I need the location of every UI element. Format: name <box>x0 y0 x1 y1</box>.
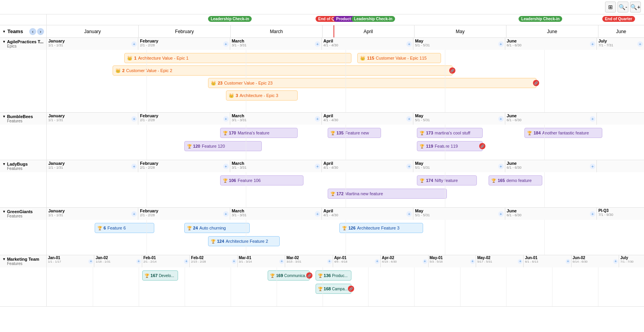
team-agile-may: May5/1 - 5/31 + <box>413 38 505 50</box>
add-lb-mar[interactable]: + <box>315 164 320 169</box>
feature-126[interactable]: 🏆 126 Architecture Feature 3 <box>339 223 423 233</box>
add-mkt-jun1[interactable]: + <box>566 259 570 264</box>
feature-124[interactable]: 🏆 124 Architecture Feature 2 <box>208 236 280 246</box>
add-bb-mar[interactable]: + <box>315 116 320 122</box>
add-lb-jan[interactable]: + <box>131 164 137 169</box>
add-mkt-apr2[interactable]: + <box>423 259 427 264</box>
add-bb-jun[interactable]: + <box>590 116 595 122</box>
team-agile-chevron: ▼ <box>2 40 6 44</box>
team-marketing-toggle[interactable]: ▼ Marketing Team <box>2 257 44 261</box>
add-lb-apr[interactable]: + <box>406 164 412 169</box>
add-gg-jun[interactable]: + <box>590 211 595 217</box>
add-agile-jul[interactable]: + <box>637 41 643 47</box>
add-lb-feb[interactable]: + <box>223 164 229 169</box>
team-greengiants-sub: Features <box>2 214 44 218</box>
feature-6[interactable]: 🏆 6 Feature 6 <box>95 223 154 233</box>
team-bumblebees-name: BumbleBees <box>7 114 33 119</box>
feature-24[interactable]: 🏆 24 Auto churning <box>184 223 250 233</box>
team-ladybugs-toggle[interactable]: ▼ LadyBugs <box>2 162 44 166</box>
teams-sidebar-header[interactable]: ▼ Teams ‹ › <box>0 25 47 38</box>
month-june: June <box>506 25 598 37</box>
add-agile-may[interactable]: + <box>498 41 504 47</box>
teams-chevron: ▼ <box>2 30 6 34</box>
feature-165[interactable]: 🏆 165 demo feature <box>489 175 542 185</box>
feature-135[interactable]: 🏆 135 Feature new <box>328 128 381 138</box>
team-ladybugs-sub: Features <box>2 166 44 171</box>
add-agile-feb[interactable]: + <box>223 41 229 47</box>
nav-left-button[interactable]: ‹ <box>29 28 36 35</box>
team-agile-name: AgilePractices T... <box>7 39 44 44</box>
add-bb-jan[interactable]: + <box>131 116 137 122</box>
team-agile-sub: Epics <box>2 44 44 48</box>
add-mkt-jan1[interactable]: + <box>88 259 93 264</box>
team-agile-jul: July7/1 - 7/31 + <box>597 38 644 50</box>
add-mkt-jun2[interactable]: + <box>613 259 618 264</box>
team-agile-jan: January1/1 - 1/31 + <box>47 38 138 50</box>
add-mkt-mar2[interactable]: + <box>327 259 332 264</box>
feature-epic2[interactable]: 👑 2 Customer Value - Epic 2 🔗 <box>113 65 453 76</box>
feature-epic3[interactable]: 👑 3 Architecture - Epic 3 <box>226 90 298 101</box>
feature-136[interactable]: 🏆 136 Produc... <box>316 270 351 281</box>
add-bb-apr[interactable]: + <box>406 116 412 122</box>
feature-106[interactable]: 🏆 106 Feature 106 <box>220 175 304 185</box>
feature-168[interactable]: 🏆 168 Campa... 🔗 <box>316 284 351 294</box>
add-mkt-feb1[interactable]: + <box>184 259 189 264</box>
team-ladybugs-section: ▼ LadyBugs Features January1/1 - 1/31+ F… <box>0 160 644 208</box>
add-mkt-mar1[interactable]: + <box>279 259 284 264</box>
add-gg-may[interactable]: + <box>498 211 504 217</box>
feature-epic23[interactable]: 👑 23 Customer Value - Epic 23 🔗 <box>208 78 536 88</box>
team-marketing-name: Marketing Team <box>7 257 39 261</box>
grid-view-button[interactable]: ⊞ <box>605 2 616 12</box>
add-agile-jan[interactable]: + <box>131 41 137 47</box>
add-mkt-jan2[interactable]: + <box>136 259 141 264</box>
feature-119[interactable]: 🏆 119 Feature 119 🔗 <box>417 141 483 151</box>
add-mkt-may1[interactable]: + <box>470 259 475 264</box>
team-marketing-sub: Features <box>2 261 44 266</box>
zoom-in-button[interactable]: 🔍+ <box>630 2 641 12</box>
feature-120[interactable]: 🏆 120 Feature 120 <box>184 141 262 151</box>
nav-right-button[interactable]: › <box>37 28 44 35</box>
month-july: June <box>598 25 644 37</box>
team-agile-jun: June6/1 - 6/30 + <box>505 38 597 50</box>
app-container: ⊞ 🔍- 🔍+ Leadership Check-in End of Quart… <box>0 0 644 332</box>
add-agile-jun[interactable]: + <box>590 41 595 47</box>
team-agile-toggle[interactable]: ▼ AgilePractices T... <box>2 39 44 44</box>
feature-174[interactable]: 🏆 174 Nifty feature <box>417 175 476 185</box>
event-leadership-checkin-2: Leadership Check-in <box>351 16 395 22</box>
team-bumblebees-label: ▼ BumbleBees Features <box>0 113 47 125</box>
month-february: February <box>139 25 231 37</box>
team-agile-label: ▼ AgilePractices T... Epics <box>0 38 47 50</box>
add-gg-jan[interactable]: + <box>131 211 137 217</box>
team-bumblebees-toggle[interactable]: ▼ BumbleBees <box>2 114 44 119</box>
add-bb-feb[interactable]: + <box>223 116 229 122</box>
team-ladybugs-name: LadyBugs <box>7 162 28 166</box>
add-lb-jun[interactable]: + <box>590 164 595 169</box>
zoom-out-button[interactable]: 🔍- <box>618 2 628 12</box>
add-gg-apr[interactable]: + <box>406 211 412 217</box>
add-bb-may[interactable]: + <box>498 116 504 122</box>
feature-184[interactable]: 🏆 184 Another fantastic feature <box>524 128 602 138</box>
add-mkt-apr1[interactable]: + <box>375 259 379 264</box>
team-greengiants-name: GreenGiants <box>7 209 33 214</box>
add-mkt-may2[interactable]: + <box>518 259 522 264</box>
add-agile-apr[interactable]: + <box>406 41 412 47</box>
add-mkt-feb2[interactable]: + <box>232 259 236 264</box>
add-gg-feb[interactable]: + <box>223 211 229 217</box>
feature-epic1[interactable]: 👑 1 Architecture Value - Epic 1 <box>124 53 351 63</box>
feature-170[interactable]: 🏆 170 Martina's feature <box>220 128 298 138</box>
link-icon-168: 🔗 <box>348 286 354 292</box>
feature-173[interactable]: 🏆 173 martina's cool stuff <box>417 128 483 138</box>
month-march: March <box>231 25 323 37</box>
event-leadership-checkin-3: Leadership Check-in <box>519 16 562 22</box>
add-gg-mar[interactable]: + <box>315 211 320 217</box>
team-greengiants-toggle[interactable]: ▼ GreenGiants <box>2 209 44 214</box>
add-lb-may[interactable]: + <box>498 164 504 169</box>
feature-167[interactable]: 🏆 167 Develo... <box>142 270 178 281</box>
link-icon-169: 🔗 <box>306 272 312 279</box>
add-agile-mar[interactable]: + <box>315 41 320 47</box>
feature-169[interactable]: 🏆 169 Communica... 🔗 <box>268 270 309 281</box>
team-bumblebees-section: ▼ BumbleBees Features January1/1 - 1/31+… <box>0 113 644 160</box>
team-agile-section: ▼ AgilePractices T... Epics January1/1 -… <box>0 38 644 113</box>
feature-epic115[interactable]: 👑 115 Customer Value - Epic 115 <box>357 53 441 63</box>
team-agile-feb: February2/1 - 2/28 + <box>138 38 230 50</box>
